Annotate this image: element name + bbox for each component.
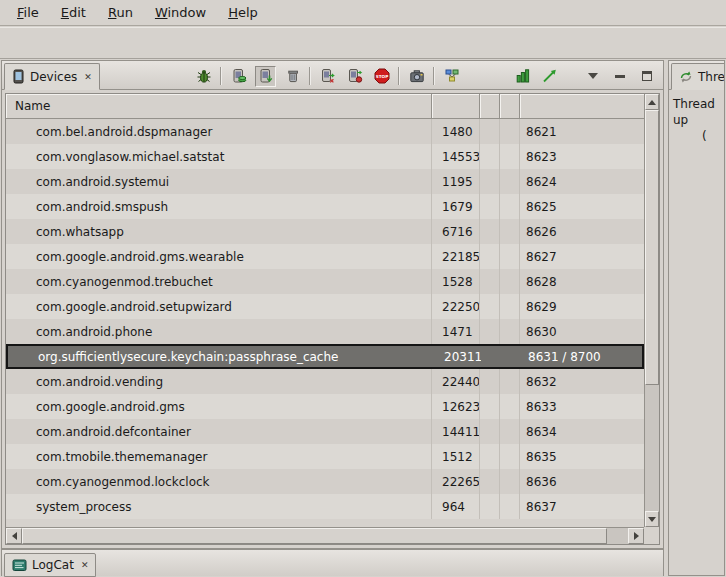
tab-logcat[interactable]: LogCat ✕	[4, 553, 96, 577]
process-name-cell: com.android.vending	[6, 369, 432, 394]
debug-process-icon[interactable]	[193, 66, 214, 87]
device-process-row[interactable]: com.cyanogenmod.lockclock 22265 8636	[6, 469, 644, 494]
menu-window[interactable]: Window	[144, 1, 217, 24]
process-name-cell: system_process	[6, 494, 432, 519]
process-port-cell: 8624	[520, 169, 644, 194]
process-blank-cell2	[500, 469, 520, 494]
app-window: File Edit Run Window Help Devices ✕	[0, 0, 726, 577]
process-pid-cell: 14553	[432, 144, 480, 169]
process-pid-cell: 1471	[432, 319, 480, 344]
process-pid-cell: 22440	[432, 369, 480, 394]
process-pid-cell: 6716	[432, 219, 480, 244]
devices-tabs-row: Devices ✕	[2, 61, 663, 90]
update-threads-icon[interactable]	[317, 66, 338, 87]
process-name-cell: com.google.android.gms.wearable	[6, 244, 432, 269]
threads-panel: Threads ✕ Thread up (	[668, 60, 725, 576]
process-blank-cell1	[480, 119, 500, 144]
process-blank-cell2	[500, 244, 520, 269]
stop-process-icon[interactable]: STOP	[371, 66, 392, 87]
device-table-rows: com.bel.android.dspmanager 1480 8621 com…	[6, 119, 644, 527]
process-blank-cell2	[500, 494, 520, 519]
tab-threads[interactable]: Threads ✕	[671, 63, 725, 90]
process-name-cell: com.whatsapp	[6, 219, 432, 244]
process-pid-cell: 22185	[432, 244, 480, 269]
process-pid-cell: 1679	[432, 194, 480, 219]
tab-logcat-label: LogCat	[32, 558, 74, 572]
process-port-cell: 8623	[520, 144, 644, 169]
process-port-cell: 8629	[520, 294, 644, 319]
column-header-blank1[interactable]	[480, 94, 500, 118]
view-menu-icon[interactable]	[582, 66, 603, 87]
device-process-row[interactable]: com.android.smspush 1679 8625	[6, 194, 644, 219]
process-blank-cell2	[500, 369, 520, 394]
column-header-name[interactable]: Name	[6, 94, 432, 118]
device-process-row[interactable]: com.android.defcontainer 14411 8634	[6, 419, 644, 444]
menu-edit[interactable]: Edit	[50, 1, 97, 24]
device-process-row[interactable]: com.whatsapp 6716 8626	[6, 219, 644, 244]
process-name-cell: com.bel.android.dspmanager	[6, 119, 432, 144]
device-process-row[interactable]: com.google.android.setupwizard 22250 862…	[6, 294, 644, 319]
horizontal-scroll-thumb[interactable]	[22, 528, 607, 544]
device-process-row[interactable]: com.android.vending 22440 8632	[6, 369, 644, 394]
device-process-row[interactable]: com.vonglasow.michael.satstat 14553 8623	[6, 144, 644, 169]
scroll-left-icon[interactable]	[6, 528, 22, 544]
column-header-pid[interactable]	[432, 94, 480, 118]
process-blank-cell1	[480, 269, 500, 294]
device-process-row[interactable]: com.cyanogenmod.trebuchet 1528 8628	[6, 269, 644, 294]
device-process-row[interactable]: com.tmobile.thememanager 1512 8635	[6, 444, 644, 469]
menu-file[interactable]: File	[6, 1, 50, 24]
process-port-cell: 8635	[520, 444, 644, 469]
horizontal-scrollbar[interactable]	[6, 527, 644, 544]
toolbar-separator	[309, 67, 311, 85]
process-blank-cell1	[480, 494, 500, 519]
process-blank-cell2	[500, 219, 520, 244]
update-heap-icon[interactable]	[228, 66, 249, 87]
device-process-row[interactable]: com.android.phone 1471 8630	[6, 319, 644, 344]
device-process-row[interactable]: com.google.android.gms.wearable 22185 86…	[6, 244, 644, 269]
process-port-cell: 8628	[520, 269, 644, 294]
process-port-cell: 8621	[520, 119, 644, 144]
graph-arrow-icon[interactable]	[539, 66, 560, 87]
vertical-scroll-thumb[interactable]	[645, 110, 659, 385]
device-process-row[interactable]: com.google.android.gms 12623 8633	[6, 394, 644, 419]
main-toolbar	[0, 27, 726, 59]
screen-capture-icon[interactable]	[406, 66, 427, 87]
method-profiling-icon[interactable]	[344, 66, 365, 87]
threads-tabs-row: Threads ✕	[669, 61, 724, 90]
process-name-cell: com.android.defcontainer	[6, 419, 432, 444]
device-process-row[interactable]: org.sufficientlysecure.keychain:passphra…	[6, 344, 644, 369]
dump-hprof-icon[interactable]	[255, 66, 276, 87]
menu-help[interactable]: Help	[217, 1, 269, 24]
device-process-row[interactable]: com.bel.android.dspmanager 1480 8621	[6, 119, 644, 144]
process-pid-cell: 22265	[432, 469, 480, 494]
scroll-right-icon[interactable]	[628, 528, 644, 544]
tab-logcat-close-icon[interactable]: ✕	[79, 560, 89, 570]
scroll-down-icon[interactable]	[645, 511, 659, 527]
process-pid-cell: 1512	[432, 444, 480, 469]
device-process-row[interactable]: system_process 964 8637	[6, 494, 644, 519]
minimize-icon[interactable]	[609, 66, 630, 87]
column-header-port[interactable]	[520, 94, 644, 118]
thread-bars-icon[interactable]	[512, 66, 533, 87]
device-process-row[interactable]: com.android.systemui 1195 8624	[6, 169, 644, 194]
vertical-scrollbar[interactable]	[644, 94, 659, 527]
process-pid-cell: 1480	[432, 119, 480, 144]
column-header-blank2[interactable]	[500, 94, 520, 118]
process-port-cell: 8636	[520, 469, 644, 494]
tab-devices[interactable]: Devices ✕	[4, 63, 100, 90]
hierarchy-view-icon[interactable]	[441, 66, 462, 87]
process-port-cell: 8632	[520, 369, 644, 394]
device-icon	[12, 69, 25, 84]
menu-run[interactable]: Run	[97, 1, 144, 24]
process-port-cell: 8634	[520, 419, 644, 444]
scrollbar-corner	[644, 527, 659, 544]
process-name-cell: com.android.smspush	[6, 194, 432, 219]
scroll-up-icon[interactable]	[645, 94, 659, 110]
process-name-cell: com.google.android.gms	[6, 394, 432, 419]
cause-gc-icon[interactable]	[282, 66, 303, 87]
maximize-icon[interactable]	[636, 66, 657, 87]
process-pid-cell: 964	[432, 494, 480, 519]
tab-devices-close-icon[interactable]: ✕	[82, 72, 92, 82]
table-header: Name	[6, 94, 644, 119]
process-name-cell: org.sufficientlysecure.keychain:passphra…	[8, 346, 434, 367]
